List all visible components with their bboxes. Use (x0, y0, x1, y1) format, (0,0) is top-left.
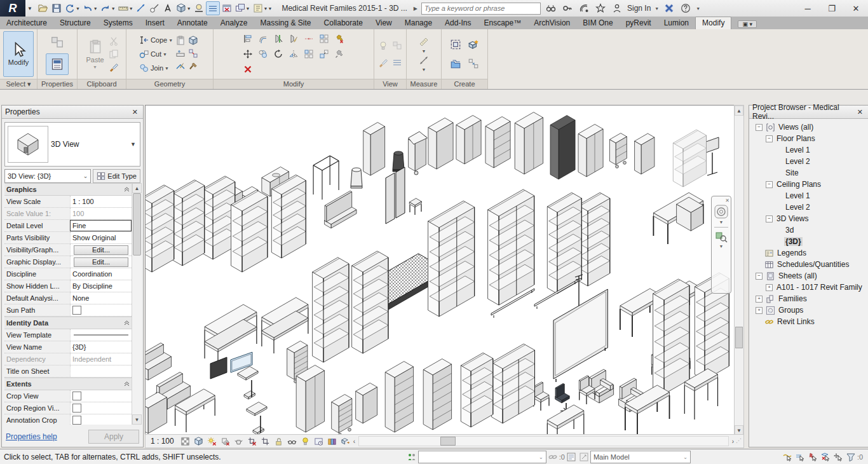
tree-item-views-all-[interactable]: − Views (all) (750, 121, 867, 133)
family-shelf[interactable] (231, 190, 268, 272)
family-board[interactable] (553, 289, 607, 382)
view-thinlines-button[interactable] (391, 57, 403, 68)
family-box[interactable] (356, 383, 377, 424)
apply-button[interactable]: Apply (88, 430, 139, 444)
editing-requests-icon[interactable] (546, 451, 559, 463)
vcb-shadowx-button[interactable] (220, 436, 231, 447)
family-shelf[interactable] (461, 353, 493, 427)
property-value[interactable] (70, 365, 132, 377)
qat-ui-button[interactable] (252, 2, 264, 15)
collapse-box-icon[interactable]: − (766, 135, 773, 142)
modify-align-button[interactable] (242, 33, 254, 44)
instance-combo[interactable]: 3D View: {3D} ⌄ (4, 169, 91, 183)
properties-scrollbar[interactable]: ▲ ▼ (132, 183, 142, 425)
qat-undo-button[interactable] (81, 2, 94, 15)
join-button[interactable]: Join▼ (139, 62, 169, 74)
wheel-menu-arrow-icon[interactable]: ▼ (719, 220, 724, 224)
properties-title-bar[interactable]: Properties ✕ (2, 106, 143, 119)
infocenter-collapse-icon[interactable]: ▶ (414, 6, 417, 11)
geometry-wallnum-button[interactable] (175, 48, 186, 59)
geometry-paste-button[interactable] (175, 35, 186, 46)
value-checkbox[interactable] (72, 404, 81, 413)
property-value[interactable]: Independent (70, 353, 132, 365)
tree-item-label[interactable]: Legends (776, 249, 808, 257)
modify-redx-button[interactable] (242, 64, 254, 75)
copy-button[interactable] (108, 48, 119, 60)
view-brush-button[interactable] (377, 57, 389, 68)
qat-section-button[interactable] (193, 2, 205, 15)
qat-cube-arrow-icon[interactable]: ▼ (187, 6, 191, 11)
tree-item-level-1[interactable]: Level 1 (750, 190, 867, 201)
tree-item--3d-[interactable]: {3D} (750, 236, 867, 247)
tree-item-label[interactable]: Revit Links (776, 317, 816, 326)
tab-analyze[interactable]: Analyze (214, 17, 254, 29)
panel-modify-label[interactable]: Modify (214, 79, 374, 89)
geometry-unjoin-button[interactable] (187, 48, 199, 59)
property-value[interactable] (70, 329, 132, 341)
modify-pinx-button[interactable] (334, 33, 345, 44)
property-value[interactable] (70, 390, 132, 402)
family-boxdark[interactable] (550, 116, 575, 180)
property-value[interactable]: 1 : 100 (70, 196, 132, 207)
modify-grid4-button[interactable] (318, 33, 330, 44)
value-button[interactable]: Edit... (74, 245, 128, 255)
property-value[interactable]: By Discipline (70, 280, 132, 292)
tree-item-label[interactable]: Views (all) (777, 123, 815, 132)
family-shelf[interactable] (203, 176, 235, 259)
properties-toggle-button[interactable] (46, 53, 69, 75)
scroll-up-icon[interactable]: ▲ (132, 183, 142, 193)
revit-logo[interactable]: R (0, 0, 25, 17)
properties-help-link[interactable]: Properties help (6, 432, 57, 441)
geometry-hammer-button[interactable] (187, 60, 199, 72)
family-cart[interactable] (609, 133, 627, 168)
scroll-up-icon[interactable]: ▲ (735, 106, 743, 116)
vertical-scrollbar[interactable]: ▲ ▼ (734, 105, 744, 436)
modify-offset-button[interactable] (257, 33, 269, 44)
create-clipdiag-button[interactable] (466, 56, 481, 71)
section-identity-data[interactable]: Identity Data (4, 317, 132, 329)
vcb-sunx-button[interactable] (207, 436, 218, 447)
qat-dimension-button[interactable] (135, 2, 147, 15)
qat-undo-arrow-icon[interactable]: ▼ (93, 6, 98, 11)
modify-move-button[interactable] (242, 48, 254, 60)
app-menu-arrow-icon[interactable]: ▼ (27, 6, 32, 11)
family-box[interactable] (456, 116, 481, 165)
geometry-cube-button[interactable] (187, 35, 199, 46)
modify-copym-button[interactable] (257, 48, 269, 60)
match-type-button[interactable] (108, 61, 119, 72)
steering-wheel-icon[interactable] (714, 205, 728, 219)
tab-enscape-[interactable]: Enscape™ (477, 17, 527, 29)
property-value[interactable]: Fine (70, 220, 132, 231)
family-shelf2[interactable] (488, 189, 534, 305)
modify-trimB-button[interactable] (288, 33, 299, 44)
collapse-box-icon[interactable]: − (756, 124, 763, 131)
qat-switchwin-button[interactable] (234, 2, 247, 15)
filter-icon[interactable] (844, 451, 857, 463)
tree-item-label[interactable]: Schedules/Quantities (776, 260, 850, 269)
family-recliner[interactable] (588, 369, 614, 403)
vcb-glasses-button[interactable] (287, 436, 298, 447)
tab-modify[interactable]: Modify (695, 17, 731, 29)
tree-item-label[interactable]: {3D} (784, 237, 803, 246)
type-selector[interactable]: 3D View ▼ (4, 122, 140, 167)
cope-button[interactable]: Cope▼ (139, 34, 173, 46)
design-option-combo[interactable]: Main Model ⌄ (590, 451, 691, 463)
exclude-options-icon[interactable] (578, 451, 590, 463)
property-value[interactable]: None (70, 292, 132, 304)
family-frame[interactable] (313, 156, 339, 200)
qat-measureq-arrow-icon[interactable]: ▼ (129, 6, 133, 11)
qat-open-button[interactable] (37, 2, 50, 15)
family-bench[interactable] (325, 191, 356, 228)
panel-view-label[interactable]: View (374, 79, 406, 89)
drawing-area[interactable]: ✕ ▼ ▼ (145, 105, 735, 435)
view-bulb-button[interactable] (377, 40, 389, 51)
section-graphics[interactable]: Graphics (4, 183, 132, 196)
tree-item-schedules-quantities[interactable]: Schedules/Quantities (750, 259, 867, 270)
family-shelf[interactable] (547, 193, 581, 294)
qat-redo-arrow-icon[interactable]: ▼ (111, 6, 116, 11)
qat-save-button[interactable] (50, 2, 63, 15)
tree-item-label[interactable]: 3D Views (775, 214, 810, 223)
collapse-chevron-icon[interactable] (124, 320, 130, 325)
vcb-lock-button[interactable] (273, 436, 285, 447)
family-shelf[interactable] (313, 257, 349, 362)
